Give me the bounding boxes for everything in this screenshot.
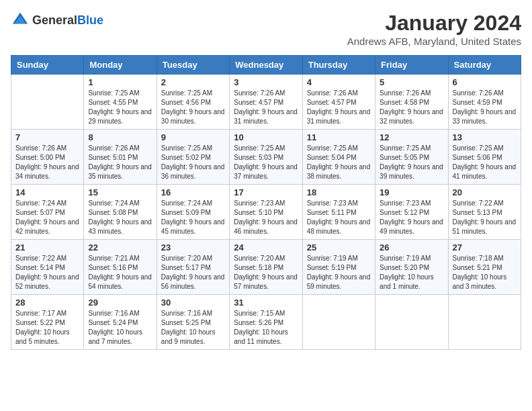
- sunset: Sunset: 5:21 PM: [453, 263, 517, 273]
- sunrise: Sunrise: 7:25 AM: [161, 144, 225, 153]
- calendar-day-16: 16Sunrise: 7:24 AMSunset: 5:09 PMDayligh…: [157, 185, 229, 240]
- calendar-day-5: 5Sunrise: 7:26 AMSunset: 4:58 PMDaylight…: [375, 75, 448, 130]
- day-number: 24: [234, 242, 298, 253]
- sunset: Sunset: 4:56 PM: [161, 98, 225, 107]
- calendar-week-5: 28Sunrise: 7:17 AMSunset: 5:22 PMDayligh…: [11, 295, 521, 350]
- calendar-day-20: 20Sunrise: 7:22 AMSunset: 5:13 PMDayligh…: [448, 185, 521, 240]
- day-info: Sunrise: 7:16 AMSunset: 5:24 PMDaylight:…: [88, 309, 152, 347]
- day-info: Sunrise: 7:25 AMSunset: 5:03 PMDaylight:…: [234, 144, 298, 181]
- day-info: Sunrise: 7:26 AMSunset: 4:59 PMDaylight:…: [453, 89, 517, 126]
- day-info: Sunrise: 7:25 AMSunset: 4:56 PMDaylight:…: [161, 89, 225, 126]
- daylight-hours: Daylight: 9 hours and 37 minutes.: [234, 163, 298, 181]
- header-sunday: Sunday: [11, 56, 84, 75]
- sunrise: Sunrise: 7:25 AM: [380, 144, 443, 153]
- sunset: Sunset: 5:09 PM: [161, 208, 225, 218]
- calendar-day-18: 18Sunrise: 7:23 AMSunset: 5:11 PMDayligh…: [302, 185, 375, 240]
- month-year: January 2024: [347, 11, 521, 36]
- sunrise: Sunrise: 7:26 AM: [453, 89, 517, 98]
- sunrise: Sunrise: 7:21 AM: [88, 254, 152, 263]
- sunrise: Sunrise: 7:17 AM: [15, 309, 79, 318]
- sunset: Sunset: 5:02 PM: [161, 153, 225, 163]
- day-info: Sunrise: 7:26 AMSunset: 4:58 PMDaylight:…: [380, 89, 443, 126]
- calendar-empty: [448, 295, 521, 350]
- calendar-day-22: 22Sunrise: 7:21 AMSunset: 5:16 PMDayligh…: [84, 240, 157, 295]
- calendar-day-23: 23Sunrise: 7:20 AMSunset: 5:17 PMDayligh…: [157, 240, 229, 295]
- logo-general: GeneralBlue: [32, 13, 103, 28]
- calendar-day-26: 26Sunrise: 7:19 AMSunset: 5:20 PMDayligh…: [375, 240, 448, 295]
- day-info: Sunrise: 7:26 AMSunset: 4:57 PMDaylight:…: [234, 89, 298, 126]
- sunrise: Sunrise: 7:26 AM: [15, 144, 79, 153]
- sunset: Sunset: 4:58 PM: [380, 98, 443, 107]
- sunset: Sunset: 5:06 PM: [453, 153, 517, 163]
- day-number: 17: [234, 187, 298, 197]
- calendar-day-28: 28Sunrise: 7:17 AMSunset: 5:22 PMDayligh…: [11, 295, 84, 350]
- sunrise: Sunrise: 7:25 AM: [234, 144, 298, 153]
- day-info: Sunrise: 7:25 AMSunset: 5:02 PMDaylight:…: [161, 144, 225, 181]
- sunrise: Sunrise: 7:20 AM: [234, 254, 298, 263]
- day-info: Sunrise: 7:25 AMSunset: 5:04 PMDaylight:…: [307, 144, 371, 181]
- daylight-hours: Daylight: 9 hours and 48 minutes.: [307, 218, 371, 236]
- sunset: Sunset: 5:14 PM: [15, 263, 79, 273]
- day-number: 26: [380, 242, 443, 253]
- sunset: Sunset: 5:12 PM: [380, 208, 443, 218]
- day-number: 23: [161, 242, 225, 253]
- sunset: Sunset: 5:24 PM: [88, 318, 152, 328]
- day-number: 31: [234, 298, 298, 308]
- sunset: Sunset: 4:57 PM: [234, 98, 298, 107]
- day-info: Sunrise: 7:23 AMSunset: 5:12 PMDaylight:…: [380, 199, 443, 236]
- daylight-hours: Daylight: 9 hours and 38 minutes.: [307, 163, 371, 181]
- day-number: 22: [88, 242, 152, 253]
- day-info: Sunrise: 7:24 AMSunset: 5:07 PMDaylight:…: [15, 199, 79, 236]
- daylight-hours: Daylight: 9 hours and 29 minutes.: [88, 107, 152, 126]
- sunrise: Sunrise: 7:26 AM: [380, 89, 443, 98]
- day-number: 16: [161, 187, 225, 197]
- sunset: Sunset: 5:10 PM: [234, 208, 298, 218]
- daylight-hours: Daylight: 9 hours and 36 minutes.: [161, 163, 225, 181]
- day-info: Sunrise: 7:16 AMSunset: 5:25 PMDaylight:…: [161, 309, 225, 347]
- day-number: 3: [234, 77, 298, 87]
- sunset: Sunset: 4:57 PM: [307, 98, 371, 107]
- day-number: 11: [307, 132, 371, 142]
- calendar-header-row: SundayMondayTuesdayWednesdayThursdayFrid…: [11, 56, 521, 75]
- logo-icon: [11, 11, 30, 30]
- calendar-day-14: 14Sunrise: 7:24 AMSunset: 5:07 PMDayligh…: [11, 185, 84, 240]
- day-info: Sunrise: 7:20 AMSunset: 5:18 PMDaylight:…: [234, 254, 298, 291]
- sunset: Sunset: 5:22 PM: [15, 318, 79, 328]
- sunrise: Sunrise: 7:22 AM: [453, 199, 517, 208]
- day-info: Sunrise: 7:22 AMSunset: 5:14 PMDaylight:…: [15, 254, 79, 291]
- sunrise: Sunrise: 7:26 AM: [88, 144, 152, 153]
- daylight-hours: Daylight: 9 hours and 45 minutes.: [161, 218, 225, 236]
- sunrise: Sunrise: 7:25 AM: [453, 144, 517, 153]
- sunset: Sunset: 4:59 PM: [453, 98, 517, 107]
- sunrise: Sunrise: 7:25 AM: [161, 89, 225, 98]
- daylight-hours: Daylight: 9 hours and 56 minutes.: [161, 273, 225, 291]
- day-info: Sunrise: 7:19 AMSunset: 5:20 PMDaylight:…: [380, 254, 443, 291]
- daylight-hours: Daylight: 9 hours and 32 minutes.: [380, 107, 443, 126]
- page-header: GeneralBlue January 2024 Andrews AFB, Ma…: [11, 11, 521, 47]
- daylight-hours: Daylight: 10 hours and 3 minutes.: [453, 273, 517, 291]
- calendar-day-1: 1Sunrise: 7:25 AMSunset: 4:55 PMDaylight…: [84, 75, 157, 130]
- daylight-hours: Daylight: 10 hours and 5 minutes.: [15, 328, 79, 347]
- title-area: January 2024 Andrews AFB, Maryland, Unit…: [347, 11, 521, 47]
- day-number: 5: [380, 77, 443, 87]
- day-number: 13: [453, 132, 517, 142]
- day-number: 1: [88, 77, 152, 87]
- day-number: 25: [307, 242, 371, 253]
- daylight-hours: Daylight: 9 hours and 57 minutes.: [234, 273, 298, 291]
- calendar-day-17: 17Sunrise: 7:23 AMSunset: 5:10 PMDayligh…: [230, 185, 302, 240]
- sunrise: Sunrise: 7:24 AM: [15, 199, 79, 208]
- day-number: 30: [161, 298, 225, 308]
- daylight-hours: Daylight: 9 hours and 46 minutes.: [234, 218, 298, 236]
- sunrise: Sunrise: 7:22 AM: [15, 254, 79, 263]
- sunset: Sunset: 5:07 PM: [15, 208, 79, 218]
- sunrise: Sunrise: 7:20 AM: [161, 254, 225, 263]
- daylight-hours: Daylight: 9 hours and 59 minutes.: [307, 273, 371, 291]
- sunset: Sunset: 5:20 PM: [380, 263, 443, 273]
- day-number: 2: [161, 77, 225, 87]
- day-info: Sunrise: 7:22 AMSunset: 5:13 PMDaylight:…: [453, 199, 517, 236]
- day-number: 20: [453, 187, 517, 197]
- daylight-hours: Daylight: 9 hours and 30 minutes.: [161, 107, 225, 126]
- calendar-day-8: 8Sunrise: 7:26 AMSunset: 5:01 PMDaylight…: [84, 130, 157, 185]
- sunrise: Sunrise: 7:25 AM: [88, 89, 152, 98]
- calendar-day-6: 6Sunrise: 7:26 AMSunset: 4:59 PMDaylight…: [448, 75, 521, 130]
